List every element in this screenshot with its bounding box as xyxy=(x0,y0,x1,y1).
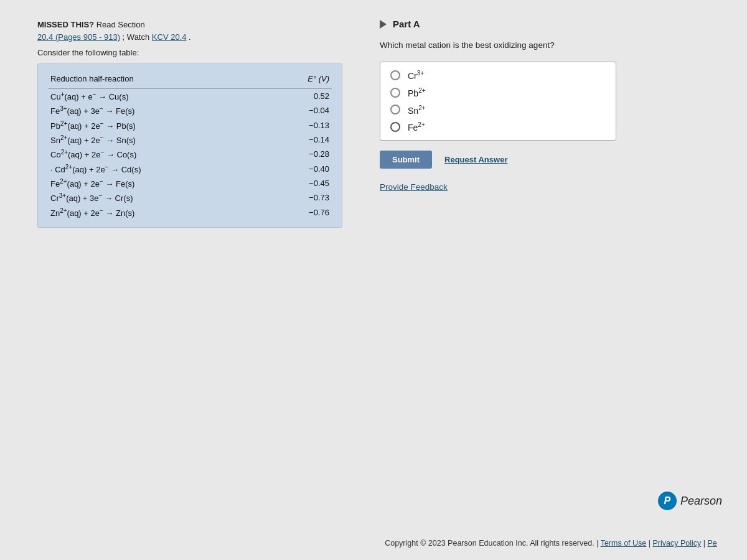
action-row: Submit Request Answer xyxy=(380,151,728,169)
part-a-header: Part A xyxy=(380,19,728,29)
submit-button[interactable]: Submit xyxy=(380,151,432,169)
reaction-cell: Cr3+(aq) + 3e− → Cr(s) xyxy=(48,190,270,205)
terms-of-use-link[interactable]: Terms of Use xyxy=(601,539,647,548)
right-panel: Part A Which metal cation is the best ox… xyxy=(355,0,747,560)
col1-header: Reduction half-reaction xyxy=(48,72,270,89)
missed-this-text: MISSED THIS? Read Section 20.4 (Pages 90… xyxy=(37,19,342,43)
reaction-cell: Zn2+(aq) + 2e− → Zn(s) xyxy=(48,205,270,220)
reaction-cell: Fe3+(aq) + 3e− → Fe(s) xyxy=(48,103,270,118)
reaction-cell: Pb2+(aq) + 2e− → Pb(s) xyxy=(48,118,270,133)
collapse-icon[interactable] xyxy=(380,20,387,29)
table-container: Reduction half-reaction E° (V) Cu+(aq) +… xyxy=(37,63,342,228)
table-row: · Cd2+(aq) + 2e− → Cd(s) −0.40 xyxy=(48,162,332,176)
table-row: Sn2+(aq) + 2e− → Sn(s) −0.14 xyxy=(48,133,332,147)
value-cell: −0.73 xyxy=(270,190,332,205)
reaction-cell: · Cd2+(aq) + 2e− → Cd(s) xyxy=(48,162,270,176)
value-cell: −0.40 xyxy=(270,162,332,176)
option-fe2[interactable]: Fe2+ xyxy=(390,121,606,133)
question-text: Which metal cation is the best oxidizing… xyxy=(380,39,728,52)
pe-link[interactable]: Pe xyxy=(708,539,717,548)
option-cr3-label: Cr3+ xyxy=(408,70,424,81)
section-ref-link[interactable]: 20.4 (Pages 905 - 913) xyxy=(37,32,120,42)
table-row: Co2+(aq) + 2e− → Co(s) −0.28 xyxy=(48,147,332,161)
part-a-label: Part A xyxy=(393,19,420,29)
value-cell: −0.14 xyxy=(270,133,332,147)
value-cell: −0.28 xyxy=(270,147,332,161)
reaction-cell: Fe2+(aq) + 2e− → Fe(s) xyxy=(48,176,270,190)
value-cell: 0.52 xyxy=(270,89,332,104)
missed-this-label: MISSED THIS? xyxy=(37,20,94,29)
answer-options-box: Cr3+ Pb2+ Sn2+ Fe2+ xyxy=(380,62,616,141)
table-row: Cu+(aq) + e− → Cu(s) 0.52 xyxy=(48,89,332,104)
radio-cr3[interactable] xyxy=(390,70,400,80)
table-row: Fe3+(aq) + 3e− → Fe(s) −0.04 xyxy=(48,103,332,118)
table-row: Fe2+(aq) + 2e− → Fe(s) −0.45 xyxy=(48,176,332,190)
left-panel: MISSED THIS? Read Section 20.4 (Pages 90… xyxy=(0,0,355,560)
col2-header: E° (V) xyxy=(270,72,332,89)
privacy-policy-link[interactable]: Privacy Policy xyxy=(653,539,702,548)
reaction-cell: Co2+(aq) + 2e− → Co(s) xyxy=(48,147,270,161)
request-answer-link[interactable]: Request Answer xyxy=(444,155,507,164)
option-cr3[interactable]: Cr3+ xyxy=(390,70,606,81)
value-cell: −0.76 xyxy=(270,205,332,220)
value-cell: −0.45 xyxy=(270,176,332,190)
table-row: Cr3+(aq) + 3e− → Cr(s) −0.73 xyxy=(48,190,332,205)
copyright-text: Copyright © 2023 Pearson Education Inc. … xyxy=(385,539,594,548)
table-row: Zn2+(aq) + 2e− → Zn(s) −0.76 xyxy=(48,205,332,220)
option-sn2[interactable]: Sn2+ xyxy=(390,105,606,116)
option-fe2-label: Fe2+ xyxy=(408,121,425,133)
footer: Copyright © 2023 Pearson Education Inc. … xyxy=(355,539,747,548)
pearson-logo: P Pearson xyxy=(658,492,722,510)
pearson-p-icon: P xyxy=(658,492,677,510)
value-cell: −0.13 xyxy=(270,118,332,133)
reaction-table: Reduction half-reaction E° (V) Cu+(aq) +… xyxy=(48,72,332,220)
reaction-cell: Cu+(aq) + e− → Cu(s) xyxy=(48,89,270,104)
radio-fe2[interactable] xyxy=(390,122,400,132)
table-row: Pb2+(aq) + 2e− → Pb(s) −0.13 xyxy=(48,118,332,133)
provide-feedback-link[interactable]: Provide Feedback xyxy=(380,182,448,192)
value-cell: −0.04 xyxy=(270,103,332,118)
option-sn2-label: Sn2+ xyxy=(408,105,426,116)
reaction-cell: Sn2+(aq) + 2e− → Sn(s) xyxy=(48,133,270,147)
option-pb2-label: Pb2+ xyxy=(408,87,426,98)
kcv-ref-link[interactable]: KCV 20.4 xyxy=(152,32,187,42)
radio-sn2[interactable] xyxy=(390,105,400,114)
option-pb2[interactable]: Pb2+ xyxy=(390,87,606,98)
radio-pb2[interactable] xyxy=(390,88,400,98)
consider-text: Consider the following table: xyxy=(37,48,342,57)
pearson-brand-name: Pearson xyxy=(680,495,722,508)
